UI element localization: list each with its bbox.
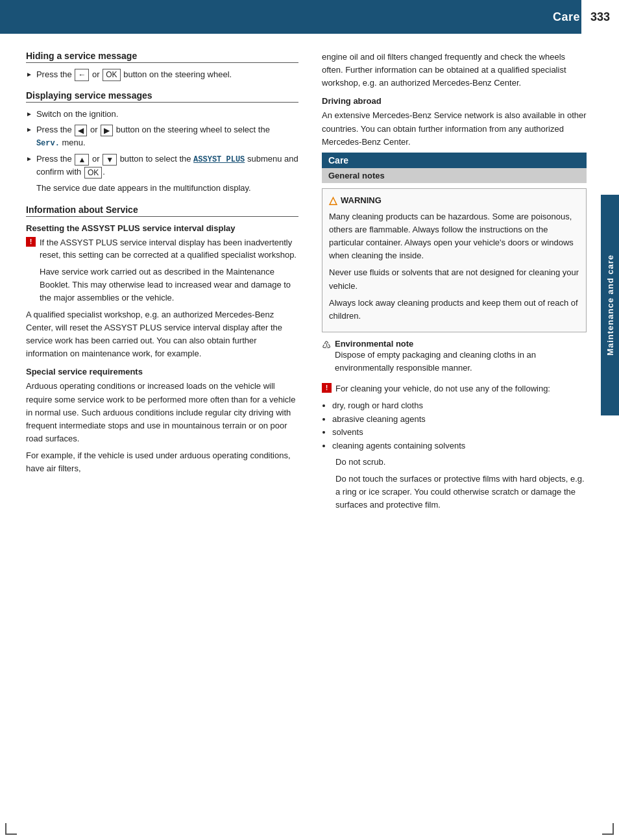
list-item-4: cleaning agents containing solvents — [332, 439, 587, 453]
sub-heading-special: Special service requirements — [26, 367, 298, 377]
hiding-bullet-1-text: Press the ← or OK button on the steering… — [36, 68, 232, 81]
btn-right: ▶ — [101, 125, 113, 137]
btn-back: ← — [75, 69, 89, 81]
btn-down: ▼ — [103, 154, 117, 166]
displaying-bullet-2: ► Press the ◀ or ▶ button on the steerin… — [26, 123, 298, 149]
warning-label: WARNING — [341, 195, 382, 205]
env-note-content: Environmental note Dispose of empty pack… — [335, 339, 587, 378]
list-item-3: solvents — [332, 426, 587, 439]
sub-heading-driving-abroad: Driving abroad — [322, 96, 587, 106]
triangle-icon-4: ► — [26, 154, 32, 164]
displaying-bullet-3-text: Press the ▲ or ▼ button to select the AS… — [36, 153, 298, 179]
page-number: 333 — [590, 10, 610, 24]
para-final: Do not touch the surfaces or protective … — [335, 473, 587, 512]
header-title: Care — [553, 10, 580, 24]
displaying-bullet-1: ► Switch on the ignition. — [26, 108, 298, 121]
env-para: Dispose of empty packaging and cleaning … — [335, 349, 587, 375]
btn-ok-2: OK — [84, 167, 102, 179]
note-cleaning-text: For cleaning your vehicle, do not use an… — [335, 382, 550, 395]
warning-triangle-icon: △ — [329, 194, 337, 206]
warning-header: △ WARNING — [329, 194, 579, 206]
section-heading-hiding: Hiding a service message — [26, 51, 298, 63]
care-bar: Care — [322, 153, 587, 168]
note-item-cleaning: ! For cleaning your vehicle, do not use … — [322, 382, 587, 395]
page-number-box: 333 — [581, 0, 619, 34]
right-column: engine oil and oil filters changed frequ… — [311, 39, 619, 840]
displaying-bullet-2-text: Press the ◀ or ▶ button on the steering … — [36, 123, 298, 149]
serv-text: Serv. — [36, 139, 60, 148]
btn-ok-1: OK — [103, 69, 120, 81]
note-item-1: ! If the ASSYST PLUS service interval di… — [26, 236, 298, 262]
hiding-bullet-1: ► Press the ← or OK button on the steeri… — [26, 68, 298, 81]
triangle-icon-2: ► — [26, 109, 32, 119]
do-not-scrub: Do not scrub. — [335, 456, 587, 469]
warning-para-2: Never use fluids or solvents that are no… — [329, 266, 579, 292]
warning-para-3: Always lock away cleaning products and k… — [329, 297, 579, 323]
env-icon: ♳ — [322, 339, 331, 351]
para-example: For example, if the vehicle is used unde… — [26, 449, 298, 475]
section-heading-displaying: Displaying service messages — [26, 90, 298, 103]
content-wrapper: Hiding a service message ► Press the ← o… — [0, 39, 619, 840]
exclaim-icon-2: ! — [322, 383, 332, 393]
para-driving-abroad: An extensive Mercedes-Benz Service netwo… — [322, 109, 587, 148]
warning-box: △ WARNING Many cleaning products can be … — [322, 188, 587, 332]
btn-up: ▲ — [75, 154, 89, 166]
displaying-bullet-3: ► Press the ▲ or ▼ button to select the … — [26, 153, 298, 179]
note-have-service: Have service work carried out as describ… — [40, 266, 298, 304]
list-item-2: abrasive cleaning agents — [332, 413, 587, 426]
para-arduous: Arduous operating conditions or increase… — [26, 380, 298, 445]
warning-para-1: Many cleaning products can be hazardous.… — [329, 210, 579, 263]
service-due-note: The service due date appears in the mult… — [36, 182, 298, 195]
section-heading-info: Information about Service — [26, 204, 298, 217]
list-item-1: dry, rough or hard cloths — [332, 399, 587, 413]
env-label: Environmental note — [335, 339, 413, 349]
assyst-text: ASSYST PLUS — [193, 155, 245, 164]
para-qualified: A qualified specialist workshop, e.g. an… — [26, 308, 298, 361]
triangle-icon-3: ► — [26, 125, 32, 134]
para-engine-oil: engine oil and oil filters changed frequ… — [322, 51, 587, 90]
btn-left: ◀ — [75, 125, 87, 137]
triangle-icon-1: ► — [26, 69, 32, 79]
left-column: Hiding a service message ► Press the ← o… — [0, 39, 311, 840]
general-notes-bar: General notes — [322, 168, 587, 183]
exclaim-icon-1: ! — [26, 237, 36, 247]
env-note: ♳ Environmental note Dispose of empty pa… — [322, 339, 587, 378]
note-item-1-text: If the ASSYST PLUS service interval disp… — [40, 236, 298, 262]
header-bar: Care 333 — [0, 0, 619, 34]
displaying-bullet-1-text: Switch on the ignition. — [36, 108, 118, 121]
cleaning-bullet-list: dry, rough or hard cloths abrasive clean… — [332, 399, 587, 453]
sub-heading-resetting: Resetting the ASSYST PLUS service interv… — [26, 223, 298, 233]
